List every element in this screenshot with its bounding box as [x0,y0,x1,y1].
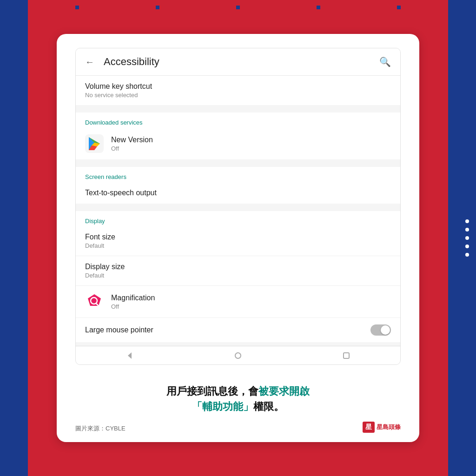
main-card: ← Accessibility 🔍 Volume key shortcut No… [57,34,419,442]
caption-prefix: 用戶接到訊息後，會 [166,385,258,397]
bg-blue-left [0,0,28,476]
font-size-subtitle: Default [85,242,391,249]
logo: 星 星島頭條 [363,422,401,433]
tts-item[interactable]: Text-to-speech output [76,182,400,204]
search-icon[interactable]: 🔍 [379,56,391,67]
svg-point-9 [235,353,241,358]
volume-key-text: Volume key shortcut No service selected [85,82,391,99]
downloaded-header: Downloaded services [76,112,400,128]
dot-4 [465,245,469,248]
volume-section: Volume key shortcut No service selected [76,76,400,105]
source-label: 圖片來源：CYBLE [75,424,126,433]
large-mouse-text: Large mouse pointer [85,326,370,334]
logo-star-icon: 星 [363,422,375,433]
display-size-item[interactable]: Display size Default [76,256,400,286]
large-mouse-toggle[interactable] [370,324,391,336]
new-version-item[interactable]: New Version Off [76,128,400,159]
top-sq-1 [75,6,79,9]
divider-2 [76,163,400,167]
display-header: Display [76,211,400,226]
phone-screen: ← Accessibility 🔍 Volume key shortcut No… [75,48,401,365]
source-area: 圖片來源：CYBLE 星 星島頭條 [57,422,419,442]
playstore-icon [85,134,104,153]
bg-blue-right [448,0,476,476]
screen-readers-header: Screen readers [76,167,400,182]
new-version-text: New Version Off [111,136,391,152]
caption-suffix: 權限。 [253,401,284,412]
magnification-icon [85,292,104,311]
divider-1 [76,109,400,112]
svg-marker-8 [128,352,132,359]
new-version-subtitle: Off [111,145,391,152]
font-size-text: Font size Default [85,233,391,249]
svg-rect-10 [344,353,349,358]
divider-3 [76,207,400,211]
dots-decoration [465,219,469,257]
dot-1 [465,219,469,223]
screen-readers-section: Screen readers Text-to-speech output [76,167,400,204]
dot-3 [465,236,469,240]
nav-home[interactable] [231,351,245,360]
magnification-subtitle: Off [111,303,391,310]
magnification-text: Magnification Off [111,294,391,310]
nav-bar [76,346,400,364]
tts-title: Text-to-speech output [85,189,391,197]
display-size-subtitle: Default [85,272,391,279]
top-sq-3 [236,6,240,9]
font-size-title: Font size [85,233,391,241]
caption-highlight-2: 「輔助功能」 [192,401,253,412]
caption-highlight-1: 被要求開啟 [258,385,310,397]
display-size-title: Display size [85,263,391,271]
back-button[interactable]: ← [85,57,94,67]
caption-text: 用戶接到訊息後，會被要求開啟 「輔助功能」權限。 [75,383,401,414]
logo-brand-text: 星島頭條 [377,423,401,431]
dot-5 [465,253,469,257]
volume-key-title: Volume key shortcut [85,82,391,91]
large-mouse-item[interactable]: Large mouse pointer [76,318,400,342]
volume-key-item[interactable]: Volume key shortcut No service selected [76,76,400,105]
downloaded-section: Downloaded services New Version Off [76,112,400,159]
top-sq-2 [156,6,159,9]
volume-key-subtitle: No service selected [85,92,391,99]
tts-text: Text-to-speech output [85,189,391,197]
new-version-title: New Version [111,136,391,144]
magnification-title: Magnification [111,294,391,302]
nav-recents[interactable] [339,351,353,360]
nav-back[interactable] [123,351,137,360]
top-sq-5 [397,6,401,9]
magnification-item[interactable]: Magnification Off [76,286,400,318]
display-size-text: Display size Default [85,263,391,279]
font-size-item[interactable]: Font size Default [76,226,400,256]
display-section: Display Font size Default Display size D… [76,211,400,342]
caption-area: 用戶接到訊息後，會被要求開啟 「輔助功能」權限。 [57,374,419,422]
page-title: Accessibility [104,56,370,68]
top-sq-4 [317,6,320,9]
large-mouse-title: Large mouse pointer [85,326,370,334]
screen-header: ← Accessibility 🔍 [76,48,400,76]
dot-2 [465,228,469,231]
top-decoration [0,6,476,9]
